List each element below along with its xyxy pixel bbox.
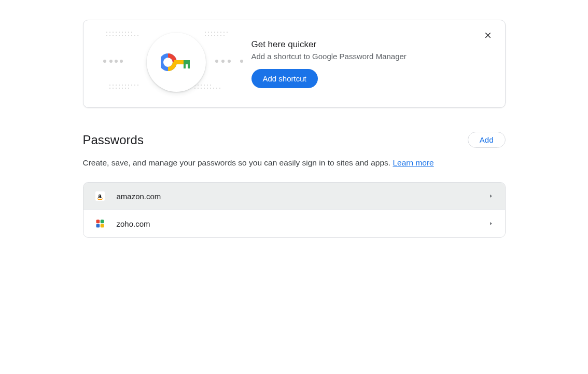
password-row-zoho[interactable]: zoho.com <box>83 210 505 237</box>
amazon-icon: a <box>95 191 105 201</box>
svg-rect-1 <box>174 60 184 64</box>
password-list: a amazon.com zoho.com <box>83 182 506 238</box>
promo-subtitle: Add a shortcut to Google Password Manage… <box>251 52 493 61</box>
close-promo-button[interactable] <box>480 27 496 45</box>
close-icon <box>483 31 493 40</box>
chevron-right-icon <box>488 219 494 228</box>
svg-rect-6 <box>100 220 104 224</box>
add-shortcut-button[interactable]: Add shortcut <box>251 69 318 88</box>
description-text: Create, save, and manage your passwords … <box>83 158 393 167</box>
site-name: amazon.com <box>117 192 488 201</box>
site-name: zoho.com <box>117 219 488 228</box>
learn-more-link[interactable]: Learn more <box>393 158 433 167</box>
add-password-button[interactable]: Add <box>468 132 506 148</box>
svg-rect-7 <box>96 224 100 228</box>
promo-illustration <box>96 33 246 95</box>
svg-rect-8 <box>100 224 104 228</box>
svg-rect-2 <box>184 60 190 64</box>
svg-rect-5 <box>96 220 100 224</box>
promo-title: Get here quicker <box>251 39 493 50</box>
svg-rect-4 <box>188 64 190 68</box>
password-row-amazon[interactable]: a amazon.com <box>83 183 505 210</box>
shortcut-promo-card: Get here quicker Add a shortcut to Googl… <box>83 20 506 108</box>
chevron-right-icon <box>488 191 494 201</box>
section-description: Create, save, and manage your passwords … <box>83 158 506 168</box>
page-title: Passwords <box>83 133 144 147</box>
svg-rect-3 <box>184 64 186 68</box>
password-key-icon <box>147 33 206 92</box>
zoho-icon <box>95 218 105 229</box>
